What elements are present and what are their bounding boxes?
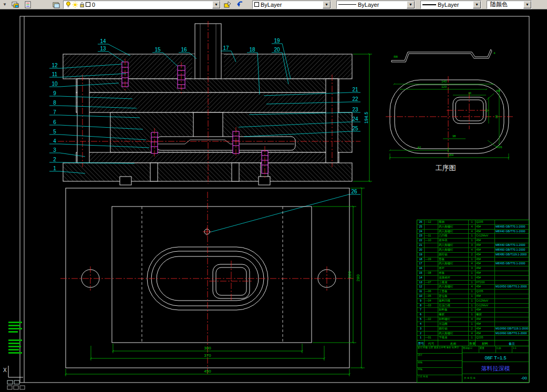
bom-cell-no: 8 [417,304,424,308]
process-dim-lines [390,84,509,160]
toolbar-overflow-button[interactable]: ▼ [1,1,8,9]
bom-row: 25内六角螺钉445#M8X65 GB/T70.1-2000 [417,225,529,230]
callout-23: 23 [352,107,358,112]
bom-cell-no: 11 [417,290,424,294]
bom-cell-remark [494,290,529,294]
bom-cell-qty: 4 [468,285,475,289]
bom-cell-qty: 1 [468,220,475,224]
dim-R26: R26 [496,146,502,149]
bom-cell-material: 45# [475,276,494,280]
dim-280: 280 [356,274,360,282]
bom-row: 9—04落料凹模1Cr12MoV [417,299,529,304]
bom-cell-qty: 1 [468,299,475,303]
layer-control[interactable]: 0 ▼ [63,1,221,9]
dim-38: 38 [452,135,456,138]
bom-cell-qty: 4 [468,332,475,336]
layer-previous-button[interactable] [234,1,246,9]
bom-row: 6橡胶1橡胶 [417,313,529,317]
bom-cell-no: 26 [417,220,424,224]
bom-cell-no: 12 [417,285,424,289]
bom-cell-remark [494,234,529,238]
bom-row: 2内六角螺钉445#M10X90 GB/T70.1-2000 [417,332,529,336]
callout-18: 18 [249,47,255,53]
bom-cell-qty: 4 [468,230,475,234]
callout-6: 6 [53,119,56,125]
bom-cell-qty: 2 [468,253,475,257]
make-layer-current-button[interactable] [222,1,233,9]
layer-states-button[interactable] [22,1,34,9]
bom-cell-code: —08 [424,271,438,275]
bom-row: 5—02卸料螺钉445# [417,317,529,322]
bom-cell-name: 内六角螺钉 [438,332,468,336]
bom-cell-name: 连接推杆 [438,276,468,280]
bom-cell-qty: 4 [468,225,475,229]
layout-tabs[interactable] [7,386,25,389]
sig-row: 校核 [417,361,462,368]
callout-7: 7 [53,109,56,115]
bom-cell-name: 内六角螺钉 [438,285,468,289]
bom-cell-qty: 4 [468,262,475,266]
bom-cell-name: 内六角螺钉 [438,225,468,229]
bom-cell-no: 23 [417,234,424,238]
title-block-signatures: 标记 处数 分区 更改文件号 签名 年月日 设计 校核 审核 工艺 批准 [417,346,462,382]
bom-cell-qty: 1 [468,234,475,238]
bom-cell-no: 9 [417,299,424,303]
bom-cell-code: —01 [424,336,438,340]
layer-properties-button[interactable] [9,1,21,9]
bom-cell-material: 45# [475,262,494,266]
section-view [63,24,352,185]
bom-cell-code: —07 [424,281,438,285]
callout-9: 9 [53,90,56,96]
callout-12: 12 [51,63,58,68]
weight-label: 重量 [479,346,496,353]
callout-26: 26 [351,189,357,194]
drawing-title: 落料拉深模 [462,362,529,374]
bom-cell-material: Q235 [475,220,494,224]
bom-cell-no: 13 [417,281,424,285]
bom-cell-remark: M10X50 GB/T70.1-2000 [494,285,529,289]
bom-cell-code [424,243,438,247]
bom-cell-code: —10 [424,239,438,243]
bom-cell-name: 内六角螺钉 [438,243,468,247]
bom-cell-qty: 4 [468,317,475,322]
bom-cell-material: Cr12MoV [475,234,494,238]
bom-row: 15—08推板145# [417,271,529,276]
bom-cell-name: 模柄 [438,220,468,224]
bom-cell-no: 16 [417,266,424,271]
title-block: 标记 处数 分区 更改文件号 签名 年月日 设计 校核 审核 工艺 批准 图样标… [417,346,529,383]
bom-cell-material: 45# [475,294,494,298]
bom-cell-qty: 1 [468,239,475,243]
layer-combo-arrow[interactable]: ▼ [212,1,220,8]
bom-cell-remark [494,281,529,285]
lineweight-control[interactable]: ByLayer ▼ [420,1,481,9]
callout-15: 15 [154,47,161,53]
bom-cell-material: Cr12MoV [475,299,494,303]
scale-label: 比例 [496,346,512,353]
color-control[interactable]: ByLayer ▼ [252,1,331,9]
bom-cell-no: 18 [417,257,424,262]
color-combo-arrow[interactable]: ▼ [323,1,331,8]
bom-cell-qty: 4 [468,248,475,252]
plotstyle-control[interactable]: 随颜色 ▼ [487,1,532,9]
bom-cell-remark [494,266,529,271]
bom-cell-name: 橡胶 [438,313,468,317]
layer-list-button[interactable] [50,1,62,9]
bom-cell-name: 拉深凸模 [438,304,468,308]
linetype-control[interactable]: ByLayer ▼ [336,1,415,9]
bom-row: 8—03拉深凸模1Cr12MoV [417,304,529,308]
bom-cell-name: 上模座 [438,281,468,285]
bom-cell-no: 17 [417,262,424,266]
bom-cell-no: 20 [417,248,424,252]
bom-cell-qty: 2 [468,327,475,331]
layer-color-swatch [86,2,90,7]
lineweight-combo-arrow[interactable]: ▼ [473,1,481,8]
bom-cell-name: 圆柱销 [438,253,468,257]
bom-cell-remark [494,313,529,317]
plotstyle-combo-arrow[interactable]: ▼ [523,1,531,8]
dim-300: 300 [204,346,211,350]
bom-cell-name: 内六角螺钉 [438,262,468,266]
linetype-combo-arrow[interactable]: ▼ [407,1,415,8]
drawing-canvas[interactable]: 194.5 [0,9,547,392]
bom-cell-material: 45# [475,266,494,271]
bom-cell-no: 5 [417,317,424,322]
